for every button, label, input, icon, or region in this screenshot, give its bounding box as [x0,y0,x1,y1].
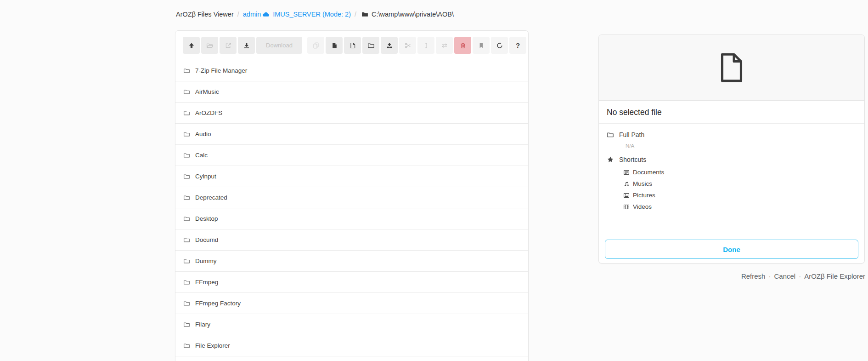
list-item[interactable] [175,356,528,361]
file-preview-area [599,35,864,101]
file-name: 7-Zip File Manager [195,67,247,74]
upload-button[interactable] [381,37,398,54]
full-path-label: Full Path [619,131,644,138]
panel-title: No selected file [599,101,864,124]
bookmark-button[interactable] [473,37,490,54]
list-item[interactable]: FFmpeg Factory [175,293,528,314]
swap-arrows-icon [441,42,448,49]
paste-button[interactable] [326,37,343,54]
list-item[interactable]: Documd [175,229,528,251]
shortcut-documents[interactable]: Documents [623,166,857,178]
list-item[interactable]: Deprecated [175,187,528,208]
up-button[interactable] [183,37,200,54]
shortcut-musics[interactable]: Musics [623,178,857,189]
list-item[interactable]: Calc [175,145,528,166]
app-title: ArOZβ Files Viewer [176,11,234,18]
download-button[interactable]: Download [256,37,302,54]
shortcut-label: Pictures [633,192,655,199]
folder-open-icon [206,42,214,49]
done-button[interactable]: Done [605,240,858,259]
file-name: Audio [195,131,211,138]
cloud-icon [262,11,270,18]
film-icon [623,204,630,210]
refresh-button[interactable] [491,37,508,54]
music-note-icon [623,181,630,187]
file-list-panel: Download [175,30,529,361]
breadcrumb-server-link[interactable]: IMUS_SERVER (Mode: 2) [273,11,351,18]
file-name: File Explorer [195,342,230,349]
refresh-icon [496,42,503,49]
move-button[interactable] [436,37,453,54]
file-name: Desktop [195,215,218,222]
list-item[interactable]: ArOZDFS [175,103,528,124]
list-item[interactable]: FFmpeg [175,272,528,293]
open-new-tab-button[interactable] [220,37,237,54]
document-icon [623,169,630,176]
shortcut-pictures[interactable]: Pictures [623,189,857,201]
folder-icon [183,88,190,95]
panel-body: Full Path N/A Shortcuts Documents Musics… [599,124,864,212]
current-path: C:\wamp\www\private\AOB\ [372,11,454,18]
breadcrumb: ArOZβ Files Viewer / admin IMUS_SERVER (… [176,10,454,19]
ibeam-icon [423,42,430,49]
star-icon [607,156,614,163]
folder-icon [183,173,190,180]
copy-button[interactable] [307,37,324,54]
folder-icon [183,194,190,201]
folder-icon [183,152,190,159]
shortcut-videos[interactable]: Videos [623,201,857,212]
download-icon-button[interactable] [238,37,255,54]
folder-icon [183,131,190,138]
list-item[interactable]: Filary [175,314,528,335]
list-item[interactable]: File Explorer [175,335,528,356]
file-name: AirMusic [195,88,219,95]
file-name: ArOZDFS [195,109,222,116]
file-name: Calc [195,152,208,159]
folder-icon [367,42,375,49]
folder-icon [183,67,190,74]
bookmark-icon [478,42,485,49]
file-name: Filary [195,321,210,328]
list-item[interactable]: Desktop [175,208,528,229]
file-name: Deprecated [195,194,227,201]
list-item[interactable]: 7-Zip File Manager [175,60,528,81]
help-button[interactable]: ? [509,37,526,54]
file-name: Cyinput [195,173,216,180]
file-explorer-link[interactable]: ArOZβ File Explorer [804,272,865,280]
full-path-value: N/A [626,141,857,153]
breadcrumb-user-link[interactable]: admin [243,11,261,18]
file-icon [720,53,744,82]
full-path-row: Full Path [607,128,857,141]
upload-icon [386,42,393,49]
new-file-button[interactable] [344,37,361,54]
delete-button[interactable] [454,37,471,54]
file-name: Dummy [195,258,217,264]
list-item[interactable]: Dummy [175,251,528,272]
footer-links: Refresh · Cancel · ArOZβ File Explorer [741,272,865,280]
shortcut-label: Musics [633,180,652,187]
folder-icon [183,258,190,264]
scissors-icon [404,42,411,49]
cut-button[interactable] [399,37,416,54]
list-item[interactable]: Cyinput [175,166,528,187]
list-item[interactable]: Audio [175,124,528,145]
folder-icon [183,215,190,222]
folder-icon [183,236,190,243]
list-item[interactable]: AirMusic [175,81,528,103]
download-icon [243,42,250,49]
folder-icon [183,279,190,286]
copy-icon [312,42,320,49]
open-button[interactable] [201,37,218,54]
file-icon [349,42,356,49]
cancel-link[interactable]: Cancel [774,272,795,280]
refresh-link[interactable]: Refresh [741,272,766,280]
toolbar: Download [175,31,528,60]
folder-icon [183,342,190,349]
folder-icon [183,109,190,116]
file-info-panel: No selected file Full Path N/A Shortcuts… [598,34,865,264]
rename-button[interactable] [417,37,434,54]
external-link-icon [225,42,232,49]
folder-icon [183,321,190,328]
new-folder-button[interactable] [362,37,379,54]
paste-icon [331,42,338,49]
